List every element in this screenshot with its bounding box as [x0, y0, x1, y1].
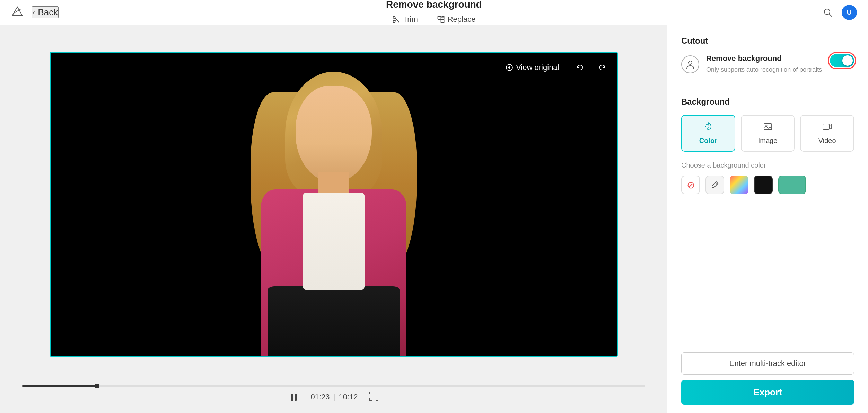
shirt — [303, 193, 365, 290]
progress-bar[interactable] — [22, 385, 645, 387]
multi-track-button[interactable]: Enter multi-track editor — [681, 352, 854, 375]
cutout-section: Cutout Remove background Only supports a… — [667, 25, 868, 86]
current-time: 01:23 — [310, 393, 330, 401]
remove-bg-sublabel: Only supports auto recognition of portra… — [706, 65, 823, 74]
logo[interactable] — [11, 6, 24, 19]
tab-color[interactable]: Color — [681, 115, 735, 152]
video-icon — [822, 122, 832, 132]
time-separator: | — [331, 393, 337, 401]
cutout-title: Cutout — [681, 36, 854, 46]
svg-point-11 — [508, 66, 510, 69]
background-title: Background — [681, 97, 854, 107]
tab-video-label: Video — [818, 137, 836, 145]
replace-button[interactable]: Replace — [433, 13, 480, 26]
svg-point-8 — [824, 9, 830, 15]
svg-rect-15 — [295, 394, 297, 401]
play-pause-button[interactable] — [288, 392, 299, 403]
search-icon — [823, 8, 833, 17]
topbar-right: U — [821, 5, 857, 20]
total-time: 10:12 — [339, 393, 358, 401]
svg-point-17 — [688, 62, 689, 63]
undo-button[interactable] — [571, 59, 589, 77]
color-swatches — [681, 176, 854, 194]
video-content — [51, 53, 617, 356]
video-tab-icon — [822, 122, 832, 134]
swatch-eyedropper[interactable] — [705, 176, 724, 194]
swatch-transparent[interactable] — [681, 176, 700, 194]
face — [296, 86, 372, 182]
video-frame: View original — [50, 52, 618, 357]
playback-controls: 01:23 | 10:12 — [22, 391, 645, 403]
remove-bg-label: Remove background — [706, 54, 823, 63]
trim-button[interactable]: Trim — [388, 13, 422, 26]
replace-label: Replace — [448, 15, 476, 24]
redo-icon — [598, 64, 606, 71]
view-original-icon — [506, 64, 513, 71]
time-display: 01:23 | 10:12 — [310, 393, 358, 402]
redo-button[interactable] — [593, 59, 611, 77]
topbar-center: Remove background Trim Replace — [386, 0, 482, 26]
pants — [268, 286, 400, 356]
fullscreen-button[interactable] — [369, 391, 379, 403]
topbar-left: ‹ Back — [11, 6, 59, 19]
fullscreen-icon — [369, 391, 379, 401]
swatch-teal[interactable] — [778, 176, 806, 194]
svg-rect-5 — [438, 16, 441, 19]
swatch-black[interactable] — [754, 176, 773, 194]
image-tab-icon — [763, 122, 773, 134]
svg-rect-21 — [764, 124, 772, 130]
color-tab-icon — [703, 122, 713, 134]
replace-icon — [437, 16, 445, 23]
tab-video[interactable]: Video — [800, 115, 854, 152]
svg-rect-6 — [441, 19, 444, 23]
timeline-area: 01:23 | 10:12 — [11, 375, 656, 413]
svg-rect-14 — [291, 394, 293, 401]
pause-icon — [288, 392, 299, 403]
toggle-wrapper — [830, 54, 854, 67]
remove-bg-text: Remove background Only supports auto rec… — [706, 54, 823, 74]
toggle-knob — [842, 55, 853, 66]
svg-point-19 — [706, 124, 708, 125]
video-area: View original — [0, 25, 667, 413]
topbar: ‹ Back Remove background Trim — [0, 0, 868, 25]
progress-fill — [22, 385, 97, 387]
export-button[interactable]: Export — [681, 380, 854, 405]
topbar-tools: Trim Replace — [388, 13, 480, 26]
svg-line-24 — [715, 183, 717, 185]
main: View original — [0, 25, 868, 413]
background-tabs: Color Image — [681, 115, 854, 152]
toggle-switch[interactable] — [830, 54, 854, 67]
tab-color-label: Color — [699, 137, 717, 145]
right-panel: Cutout Remove background Only supports a… — [667, 25, 868, 413]
image-icon — [763, 122, 773, 132]
video-container: View original — [11, 33, 656, 375]
view-original-button[interactable]: View original — [498, 60, 567, 75]
svg-point-2 — [393, 20, 395, 23]
panel-bottom: Enter multi-track editor Export — [667, 344, 868, 413]
tab-image[interactable]: Image — [741, 115, 795, 152]
video-overlay-controls: View original — [498, 59, 611, 77]
back-button[interactable]: ‹ Back — [32, 6, 59, 18]
svg-rect-23 — [823, 124, 829, 129]
svg-point-16 — [689, 61, 692, 64]
choose-color-label: Choose a background color — [681, 161, 854, 169]
svg-point-20 — [705, 126, 706, 127]
background-section: Background Color — [667, 86, 868, 205]
svg-point-1 — [393, 16, 395, 18]
remove-bg-row: Remove background Only supports auto rec… — [681, 54, 854, 74]
tab-image-label: Image — [758, 137, 778, 145]
portrait-icon — [685, 60, 695, 69]
back-label: Back — [38, 7, 58, 18]
progress-thumb[interactable] — [95, 384, 99, 388]
palette-icon — [703, 122, 713, 132]
swatch-gradient[interactable] — [730, 176, 748, 194]
svg-line-9 — [829, 14, 832, 17]
avatar[interactable]: U — [842, 5, 857, 20]
undo-icon — [576, 64, 584, 71]
scissors-icon — [393, 16, 400, 23]
back-chevron-icon: ‹ — [33, 8, 35, 17]
page-title: Remove background — [386, 0, 482, 10]
eyedropper-icon — [711, 181, 719, 189]
remove-bg-icon — [681, 55, 699, 73]
search-button[interactable] — [821, 6, 835, 19]
